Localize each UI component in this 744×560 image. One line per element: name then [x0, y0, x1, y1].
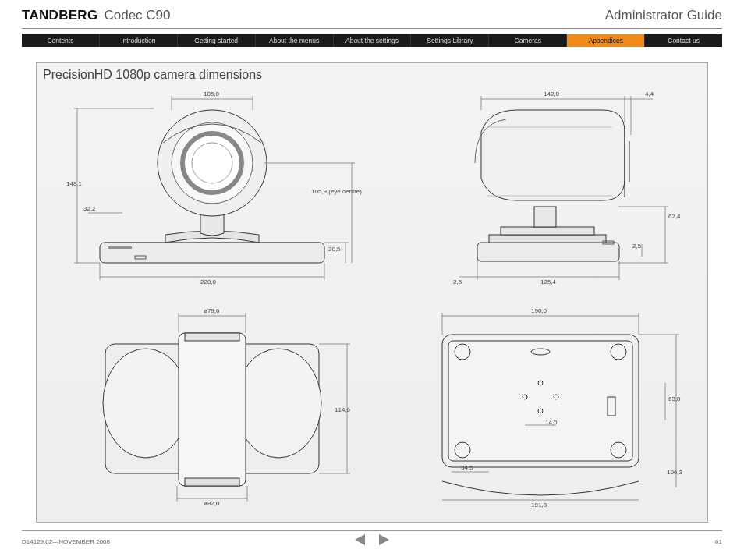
prev-page-icon[interactable] [354, 533, 367, 546]
drawing-top-view: ø79,6 ø82,0 114,6 [44, 297, 380, 516]
nav-settings-library[interactable]: Settings Library [411, 34, 489, 47]
dim-bottom-overall-depth: 106,3 [667, 469, 682, 476]
next-page-icon[interactable] [377, 533, 390, 546]
svg-rect-22 [534, 207, 556, 227]
svg-rect-0 [108, 246, 132, 249]
nav-about-menus[interactable]: About the menus [256, 34, 334, 47]
nav-getting-started[interactable]: Getting started [178, 34, 256, 47]
drawing-front-view: 148,1 105,0 32,2 220,0 20,5 105,9 (eye c… [44, 88, 380, 287]
dim-top-neck-dia: ø79,6 [204, 307, 219, 314]
dim-front-eye-centre: 105,9 (eye centre) [311, 188, 362, 195]
dim-bottom-depth: 63,0 [668, 395, 681, 402]
brand-name: TANDBERG [22, 8, 97, 23]
dim-side-height: 62,4 [668, 213, 681, 220]
dim-top-depth: 114,6 [335, 406, 350, 413]
svg-rect-54 [448, 341, 632, 461]
drawing-side-view: 142,0 4,4 125,4 62,4 2,5 2,5 [388, 88, 701, 287]
nav-appendices[interactable]: Appendices [567, 34, 645, 47]
svg-point-39 [103, 349, 189, 458]
nav-cameras[interactable]: Cameras [489, 34, 567, 47]
drawing-bottom-view: 190,0 191,0 14,0 34,5 63,0 106,3 [388, 297, 701, 516]
nav-contact-us[interactable]: Contact us [645, 34, 722, 47]
dim-front-base-width: 220,0 [200, 278, 216, 285]
doc-id: D14129.02—NOVEMBER 2008 [22, 538, 110, 545]
svg-rect-21 [501, 227, 594, 235]
dim-bottom-inner-width: 191,0 [531, 502, 547, 509]
dim-bottom-width: 190,0 [531, 307, 547, 314]
dim-front-neck-offset: 32,2 [83, 205, 96, 212]
product-name: Codec C90 [104, 8, 170, 23]
dim-front-base-height: 20,5 [328, 246, 341, 253]
dim-side-foot: 2,5 [632, 243, 641, 250]
svg-rect-42 [185, 333, 239, 341]
dim-side-base-depth: 125,4 [540, 278, 556, 285]
svg-marker-75 [379, 534, 389, 545]
svg-point-5 [192, 143, 232, 183]
header-rule [22, 28, 722, 29]
dim-bottom-front-offset: 34,5 [461, 464, 473, 471]
dim-top-base-dia: ø82,0 [204, 500, 219, 507]
svg-marker-74 [355, 534, 365, 545]
nav-about-settings[interactable]: About the settings [334, 34, 412, 47]
dim-bottom-hole-spacing: 14,0 [545, 419, 558, 426]
top-nav: Contents Introduction Getting started Ab… [22, 34, 722, 47]
dim-front-height: 148,1 [66, 180, 82, 187]
dim-front-top-width: 105,0 [204, 90, 219, 97]
svg-point-40 [236, 349, 321, 458]
nav-introduction[interactable]: Introduction [100, 34, 178, 47]
content-frame: PrecisionHD 1080p camera dimensions [36, 62, 708, 523]
page-title: Administrator Guide [605, 8, 722, 23]
dim-side-top-depth: 142,0 [544, 90, 559, 97]
footer-rule [22, 530, 722, 531]
svg-rect-20 [489, 235, 606, 243]
svg-rect-41 [179, 333, 246, 486]
nav-contents[interactable]: Contents [22, 34, 100, 47]
dim-side-nose: 4,4 [645, 90, 654, 97]
page-number: 61 [715, 538, 722, 545]
dim-side-front-clear: 2,5 [453, 278, 462, 285]
svg-rect-43 [185, 478, 239, 486]
section-title: PrecisionHD 1080p camera dimensions [43, 68, 262, 82]
